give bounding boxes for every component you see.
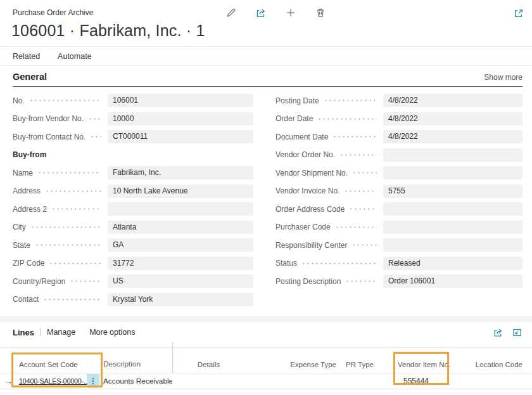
field-row-vendor-order-no: Vendor Order No.: [276, 148, 522, 162]
cell-vendor-item-no[interactable]: 555444: [377, 377, 450, 385]
field-label: Country/Region: [13, 277, 65, 286]
field-value-buy-from-vendor-no[interactable]: 10000: [108, 112, 253, 126]
column-header-account-set-code[interactable]: Account Set Code: [16, 361, 101, 368]
field-row-vendor-invoice-no: Vendor Invoice No. 5755: [276, 185, 522, 198]
field-label: Name: [13, 169, 33, 178]
field-value-country-region[interactable]: US: [108, 275, 253, 288]
general-right-column: Posting Date 4/8/2022 Order Date 4/8/202…: [276, 94, 522, 311]
dotted-leader: [45, 190, 101, 192]
dotted-leader: [29, 100, 101, 101]
column-header-details[interactable]: Details: [172, 361, 223, 368]
field-label: Status: [276, 259, 297, 268]
focus-mode-icon[interactable]: [512, 327, 522, 338]
share-icon[interactable]: [255, 7, 267, 18]
dotted-leader: [43, 299, 101, 301]
field-row-status: Status Released: [276, 257, 522, 270]
manage-menu[interactable]: Manage: [47, 328, 75, 337]
field-value-buy-from-contact-no[interactable]: CT000011: [108, 130, 253, 143]
dotted-leader: [317, 118, 377, 120]
lines-toolbar: Lines Manage More options: [0, 322, 532, 342]
general-left-column: No. 106001 Buy-from Vendor No. 10000 Buy…: [13, 94, 253, 311]
field-label: Responsibility Center: [276, 241, 347, 250]
edit-pencil-icon[interactable]: [225, 7, 237, 18]
field-value-vendor-shipment-no[interactable]: [383, 166, 522, 179]
field-value-posting-description[interactable]: Order 106001: [383, 275, 522, 288]
menu-related[interactable]: Related: [13, 52, 40, 61]
dotted-leader: [30, 226, 101, 228]
field-label: Address: [13, 186, 41, 195]
add-icon[interactable]: [285, 7, 296, 18]
field-value-vendor-invoice-no[interactable]: 5755: [383, 185, 522, 198]
field-value-state[interactable]: GA: [108, 238, 253, 252]
field-value-city[interactable]: Atlanta: [108, 221, 253, 234]
show-more-link[interactable]: Show more: [484, 73, 522, 82]
table-row: → 10400-SALES-00000-... ⋮ Accounts Recei…: [0, 373, 532, 389]
dotted-leader: [352, 172, 377, 174]
field-label: State: [13, 241, 30, 250]
lines-tab[interactable]: Lines: [13, 328, 34, 337]
field-value-name[interactable]: Fabrikam, Inc.: [108, 166, 253, 179]
dotted-leader: [35, 244, 101, 246]
field-label: Vendor Shipment No.: [276, 169, 348, 178]
buy-from-group-heading: Buy-from: [13, 148, 253, 162]
field-value-purchaser-code[interactable]: [383, 221, 522, 234]
more-options-menu[interactable]: More options: [89, 328, 135, 337]
breadcrumb[interactable]: Purchase Order Archive: [13, 8, 93, 17]
field-value-zip-code[interactable]: 31772: [108, 257, 253, 270]
assist-edit-ellipsis-icon[interactable]: ⋮: [87, 374, 99, 388]
field-value-status[interactable]: Released: [383, 257, 522, 270]
field-row-address: Address 10 North Lake Avenue: [13, 185, 253, 198]
field-row-zip-code: ZIP Code 31772: [13, 257, 253, 270]
field-value-order-date[interactable]: 4/8/2022: [383, 112, 522, 126]
freeze-pane-divider: [172, 342, 173, 373]
general-form: No. 106001 Buy-from Vendor No. 10000 Buy…: [13, 94, 522, 311]
field-value-responsibility-center[interactable]: [383, 238, 522, 252]
field-value-no[interactable]: 106001: [108, 94, 253, 107]
field-value-posting-date[interactable]: 4/8/2022: [383, 94, 522, 107]
lines-toolbar-icons: [493, 327, 522, 338]
field-label: No.: [13, 96, 25, 105]
dotted-leader: [345, 280, 377, 282]
page-title: 106001 · Fabrikam, Inc. · 1: [11, 22, 205, 40]
column-header-description[interactable]: Description: [101, 359, 172, 368]
field-row-order-address-code: Order Address Code: [276, 202, 522, 216]
field-row-posting-date: Posting Date 4/8/2022: [276, 94, 522, 107]
field-value-vendor-order-no[interactable]: [383, 148, 522, 162]
column-header-location-code[interactable]: Location Code: [450, 361, 526, 368]
cell-description[interactable]: Accounts Receivable: [101, 377, 172, 385]
section-separator: [0, 316, 532, 322]
field-value-contact[interactable]: Krystal York: [108, 293, 253, 306]
account-set-code-link[interactable]: 10400-SALES-00000-...: [19, 377, 87, 385]
open-in-new-window-icon[interactable]: [513, 8, 524, 19]
field-value-order-address-code[interactable]: [383, 202, 522, 216]
field-row-address-2: Address 2: [13, 202, 253, 216]
field-value-document-date[interactable]: 4/8/2022: [383, 130, 522, 143]
field-label: Order Date: [276, 114, 313, 123]
dotted-leader: [349, 208, 377, 210]
column-header-expense-type[interactable]: Expense Type: [223, 361, 339, 368]
dotted-leader: [339, 154, 377, 156]
field-label: Document Date: [276, 133, 328, 141]
field-value-address-2[interactable]: [108, 202, 253, 216]
dotted-leader: [37, 172, 101, 174]
column-header-pr-type[interactable]: PR Type: [339, 361, 377, 368]
empty-grid-row: [0, 389, 532, 393]
field-row-order-date: Order Date 4/8/2022: [276, 112, 522, 126]
dotted-leader: [344, 190, 377, 192]
menu-automate[interactable]: Automate: [58, 52, 92, 61]
field-label: Address 2: [13, 205, 47, 214]
field-row-buy-from-contact-no: Buy-from Contact No. CT000011: [13, 130, 253, 143]
cell-account-set-code: 10400-SALES-00000-... ⋮: [16, 374, 101, 388]
general-header: General Show more: [13, 72, 522, 87]
field-row-document-date: Document Date 4/8/2022: [276, 130, 522, 143]
field-row-city: City Atlanta: [13, 221, 253, 234]
field-label: Buy-from Contact No.: [13, 133, 86, 141]
delete-trash-icon[interactable]: [315, 7, 326, 18]
field-label: Vendor Invoice No.: [276, 186, 339, 195]
column-header-vendor-item-no[interactable]: Vendor Item No.: [377, 361, 450, 368]
share-icon[interactable]: [493, 327, 504, 338]
dotted-leader: [332, 136, 377, 138]
field-value-address[interactable]: 10 North Lake Avenue: [108, 185, 253, 198]
field-label: Posting Description: [276, 277, 341, 286]
dotted-leader: [335, 226, 377, 228]
